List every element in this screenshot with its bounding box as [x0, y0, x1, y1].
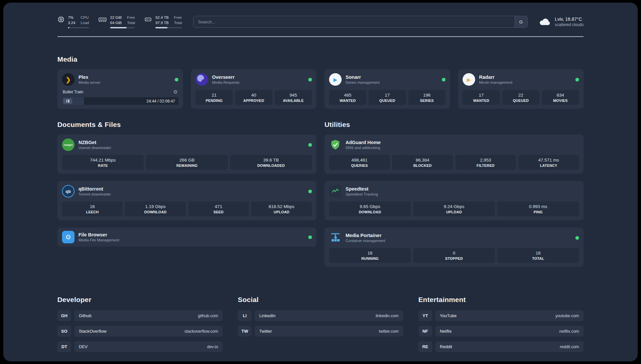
- playback-progressbar[interactable]: 24:44 / 02:06:47: [62, 97, 178, 105]
- nzbget-icon: nzbget: [62, 138, 75, 151]
- stat-tile: 47.571 msLATENCY: [518, 155, 579, 170]
- cpu-progressbar: [68, 27, 89, 28]
- gear-icon[interactable]: ⚙: [173, 89, 178, 95]
- disk-icon: [144, 16, 152, 23]
- cpu-label-2: Load: [80, 20, 89, 26]
- bookmark-url: reddit.com: [560, 345, 579, 349]
- memory-widget: 22 GiB 64 GiB Free Total: [98, 15, 135, 28]
- app-name: Overseerr: [212, 75, 239, 80]
- section-utilities: Utilities AdGuard Home DNS and adblockin…: [324, 121, 584, 274]
- app-card-qbittorrent[interactable]: qb qBittorrent Torrent downloader 16LEEC…: [57, 181, 317, 220]
- stat-tile: 16LEECH: [62, 201, 123, 216]
- app-name: NZBGet: [78, 140, 111, 145]
- stat-tile: 16RUNNING: [329, 248, 411, 263]
- cpu-percent: 7%: [68, 15, 75, 20]
- app-subtitle: Speedtest Tracking: [346, 192, 378, 196]
- stat-tile: 40APPROVED: [235, 90, 272, 105]
- stat-tile: 17WANTED: [463, 90, 500, 105]
- bookmark-name: LinkedIn: [259, 313, 275, 318]
- topbar-divider: [57, 36, 584, 37]
- bookmark-abbr: RE: [418, 341, 432, 352]
- app-card-plex[interactable]: ❯ Plex Media server Bullet Train ⚙: [57, 69, 183, 109]
- bookmark-url: dev.to: [207, 345, 218, 349]
- app-subtitle: Torrent downloader: [78, 192, 111, 196]
- cloud-icon: [539, 16, 551, 27]
- stat-tile: 2,953FILTERED: [455, 155, 516, 170]
- bookmark-abbr: NF: [418, 326, 432, 337]
- bookmark-netflix[interactable]: NF Netflixnetflix.com: [418, 326, 584, 337]
- stat-tile: 9.65 GbpsDOWNLOAD: [329, 201, 411, 216]
- bookmark-reddit[interactable]: RE Redditreddit.com: [418, 341, 584, 352]
- bookmark-stackoverflow[interactable]: SO StackOverflowstackoverflow.com: [57, 326, 223, 337]
- search-input[interactable]: [194, 16, 515, 27]
- bookmark-group-developer: Developer GH Githubgithub.com SO StackOv…: [57, 296, 223, 357]
- stat-tile: 744.21 MbpsRATE: [62, 155, 144, 170]
- app-card-speedtest[interactable]: Speedtest Speedtest Tracking 9.65 GbpsDO…: [324, 181, 584, 220]
- stat-tile: 0.993 msPING: [497, 201, 579, 216]
- bookmark-url: stackoverflow.com: [184, 329, 218, 334]
- plex-now-playing: Bullet Train ⚙ 24:44 / 02:06:47: [62, 88, 178, 105]
- stat-tile: 9.24 GbpsUPLOAD: [413, 201, 495, 216]
- section-media: Media ❯ Plex Media server Bullet Train ⚙: [57, 55, 584, 109]
- bookmark-name: Github: [79, 313, 91, 318]
- stat-tile: 945AVAILABLE: [275, 90, 312, 105]
- bookmark-dev[interactable]: DT DEVdev.to: [57, 341, 223, 352]
- search-engine-button[interactable]: G: [515, 16, 527, 27]
- section-documents: Documents & Files nzbget NZBGet Usenet d…: [57, 121, 317, 274]
- app-card-nzbget[interactable]: nzbget NZBGet Usenet downloader 744.21 M…: [57, 135, 317, 174]
- section-title-media: Media: [57, 55, 584, 63]
- stat-tile: 471SEED: [188, 201, 249, 216]
- cpu-label: CPU: [80, 15, 89, 20]
- bookmark-youtube[interactable]: YT YouTubeyoutube.com: [418, 310, 584, 321]
- bookmark-url: youtube.com: [555, 314, 579, 318]
- portainer-icon: [329, 231, 342, 244]
- bookmark-url: github.com: [198, 314, 218, 318]
- status-dot: [442, 78, 445, 81]
- speedtest-icon: [329, 185, 342, 197]
- cpu-load-value: 3.24: [68, 20, 75, 26]
- ram-free-value: 22 GiB: [110, 15, 122, 20]
- app-subtitle: Movie management: [479, 80, 512, 84]
- bookmark-linkedin[interactable]: LI LinkedInlinkedin.com: [238, 310, 403, 321]
- app-name: Speedtest: [346, 186, 378, 192]
- app-card-radarr[interactable]: ▶ Radarr Movie management 17WANTED 22QUE…: [458, 69, 584, 109]
- status-dot: [308, 143, 312, 147]
- app-card-portainer[interactable]: Media Portainer Container management 16R…: [324, 228, 584, 267]
- stat-tile: 22QUEUED: [502, 90, 539, 105]
- bookmark-name: YouTube: [440, 313, 457, 318]
- app-name: qBittorrent: [78, 186, 111, 192]
- qbittorrent-icon: qb: [62, 185, 75, 197]
- app-subtitle: DNS and adblocking: [346, 146, 381, 150]
- app-name: Radarr: [479, 75, 512, 80]
- bookmark-abbr: YT: [418, 310, 432, 321]
- ram-total-value: 64 GiB: [110, 20, 122, 26]
- bookmark-twitter[interactable]: TW Twittertwitter.com: [238, 326, 403, 337]
- app-card-adguard[interactable]: AdGuard Home DNS and adblocking 498,461Q…: [324, 135, 584, 174]
- bookmark-name: Netflix: [440, 329, 452, 334]
- app-card-sonarr[interactable]: ▶ Sonarr Series management 485WANTED 17Q…: [324, 69, 450, 109]
- app-card-overseerr[interactable]: Overseerr Media Requests 21PENDING 40APP…: [191, 69, 317, 109]
- weather-widget: Lviv, 16.87°C scattered clouds: [539, 16, 584, 27]
- app-card-filebrowser[interactable]: File Browser Media File Management: [57, 228, 317, 247]
- bookmark-url: linkedin.com: [376, 314, 398, 318]
- app-name: Plex: [78, 75, 100, 80]
- ram-icon: [98, 16, 107, 23]
- stat-tile: 0STOPPED: [413, 248, 495, 263]
- status-dot: [308, 78, 312, 81]
- pause-button[interactable]: [63, 98, 72, 104]
- app-name: Sonarr: [346, 75, 380, 80]
- stat-tile: 196SERIES: [408, 90, 445, 105]
- weather-location: Lviv, 16.87°C: [555, 16, 584, 22]
- app-name: AdGuard Home: [346, 140, 381, 145]
- bookmark-abbr: SO: [57, 326, 71, 337]
- app-subtitle: Usenet downloader: [78, 146, 111, 150]
- status-dot: [575, 236, 579, 240]
- bookmark-group-social: Social LI LinkedInlinkedin.com TW Twitte…: [238, 296, 403, 357]
- bookmark-github[interactable]: GH Githubgithub.com: [57, 310, 223, 321]
- filebrowser-icon: [62, 231, 75, 243]
- dashboard-panel: 7% 3.24 CPU Load 22 GiB: [3, 3, 638, 361]
- stat-tile: 86,384BLOCKED: [392, 155, 453, 170]
- bookmark-group-entertainment: Entertainment YT YouTubeyoutube.com NF N…: [418, 296, 584, 357]
- status-dot: [575, 78, 579, 81]
- stat-tile: 16TOTAL: [497, 248, 579, 263]
